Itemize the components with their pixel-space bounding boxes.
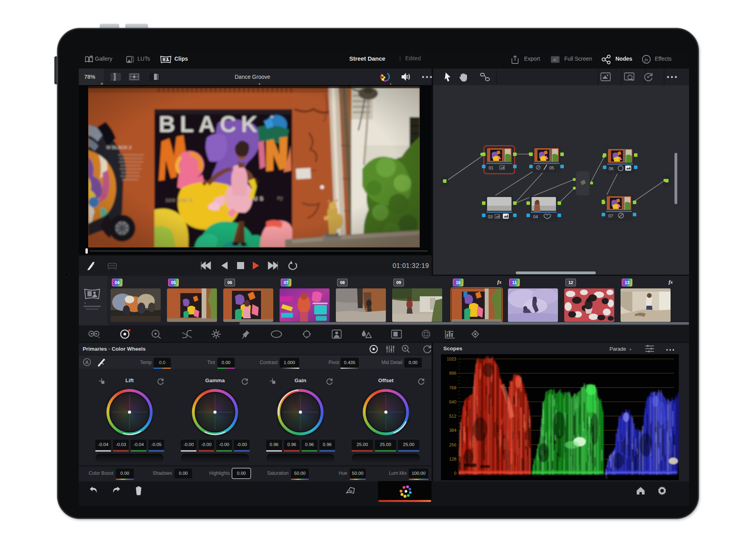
svg-text:07: 07 (608, 214, 613, 218)
svg-text:03: 03 (488, 214, 493, 219)
svg-text:896: 896 (449, 371, 456, 375)
svg-text:768: 768 (449, 385, 456, 390)
svg-text:640: 640 (449, 400, 456, 404)
svg-text:05: 05 (549, 165, 554, 170)
svg-text:384: 384 (449, 428, 456, 433)
svg-text:0: 0 (454, 471, 456, 476)
svg-text:04: 04 (533, 214, 538, 219)
svg-text:256: 256 (449, 442, 456, 447)
svg-text:512: 512 (449, 414, 456, 418)
svg-text:128: 128 (449, 457, 456, 461)
svg-text:1023: 1023 (447, 357, 456, 361)
svg-text:06: 06 (609, 166, 613, 171)
svg-text:fx: fx (645, 57, 649, 62)
svg-text:01: 01 (489, 165, 493, 170)
svg-text:A: A (85, 360, 89, 365)
